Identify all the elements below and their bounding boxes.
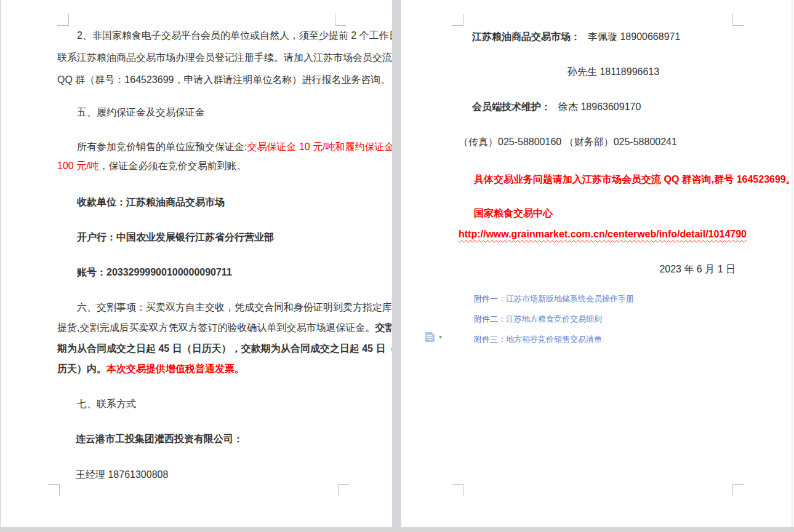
bank-line: 开户行：中国农业发展银行江苏省分行营业部 bbox=[77, 230, 274, 245]
crop-mark-bottom-left-v bbox=[463, 484, 463, 496]
paragraph-line: 所有参加竞价销售的单位应预交保证金:交易保证金 10 元/吨和履约保证金 bbox=[77, 140, 395, 154]
paste-options-icon bbox=[425, 332, 435, 343]
grainmarket-url-link[interactable]: http://www.grainmarket.com.cn/centerweb/… bbox=[459, 229, 747, 239]
crop-mark-top-left-h bbox=[57, 25, 68, 26]
deposit-amount-text: 交易保证金 10 元/吨和履约保证金 bbox=[247, 141, 394, 152]
paragraph-line: 六、交割事项：买卖双方自主交收，凭成交合同和身份证明到卖方指定库点 bbox=[77, 300, 402, 315]
text-run: 七、联系方式 bbox=[77, 399, 136, 409]
text-run: 连云港市工投集团灌西投资有限公司： bbox=[76, 434, 243, 444]
text-run: 徐杰 18963609170 bbox=[558, 101, 641, 112]
section-heading-contact: 七、联系方式 bbox=[77, 397, 136, 411]
attachment-line-2: 附件二：江苏地方粮食竞价交易细则 bbox=[474, 314, 602, 325]
account-number-line: 账号：20332999900100000090711 bbox=[77, 265, 232, 280]
crop-mark-bottom-right-h bbox=[732, 484, 744, 485]
text-run: 具体交易业务问题请加入江苏市场会员交流 QQ 群咨询,群号 164523699。 bbox=[474, 174, 794, 185]
attachment-label: 附件三： bbox=[474, 335, 506, 344]
date-text: 2023 年 6 月 1 日 bbox=[659, 264, 736, 274]
crop-mark-bottom-right-v bbox=[732, 484, 733, 496]
workspace-right-edge bbox=[792, 0, 793, 527]
text-run: 五、履约保证金及交易保证金 bbox=[77, 107, 205, 117]
crop-mark-top-right-v bbox=[335, 14, 335, 26]
paragraph-line: 期为从合同成交之日起 45 日（日历天），交款期为从合同成交之日起 45 日（日 bbox=[57, 341, 405, 356]
paragraph-line: 历天）内。本次交易提供增值税普通发票。 bbox=[57, 362, 244, 376]
text-run: 李佩璇 18900668971 bbox=[588, 31, 680, 42]
attachment-link-manual[interactable]: 江苏市场新版地储系统会员操作手册 bbox=[506, 294, 634, 303]
text-run: 江苏粮油商品交易市场： bbox=[472, 31, 580, 42]
attachment-label: 附件二： bbox=[474, 314, 506, 324]
deposit-amount-text: 100 元/吨 bbox=[57, 161, 99, 171]
text-run: 提货,交割完成后买卖双方凭双方签订的验收确认单到交易市场退保证金。 bbox=[57, 322, 375, 333]
text-run: 开户行：中国农业发展银行江苏省分行营业部 bbox=[77, 232, 274, 242]
company-name-line: 连云港市工投集团灌西投资有限公司： bbox=[76, 432, 243, 447]
text-run: 2、非国家粮食电子交易平台会员的单位或自然人，须至少提前 2 个工作日 bbox=[77, 30, 399, 41]
text-run: 收款单位：江苏粮油商品交易市场 bbox=[77, 197, 225, 207]
text-run: 会员端技术维护： bbox=[472, 101, 551, 112]
paragraph-line: 提货,交割完成后买卖双方凭双方签订的验收确认单到交易市场退保证金。交割 bbox=[57, 320, 395, 335]
contact-phone-line: 孙先生 18118996613 bbox=[567, 65, 659, 79]
document-date-line: 2023 年 6 月 1 日 bbox=[459, 262, 736, 277]
page-gap-divider bbox=[392, 0, 401, 527]
paste-options-button[interactable]: ▾ bbox=[425, 332, 442, 343]
crop-mark-bottom-left-h bbox=[452, 484, 463, 485]
paragraph-line: QQ 群（群号：164523699，申请入群请注明单位名称）进行报名业务咨询。 bbox=[57, 73, 390, 87]
attachment-line-1: 附件一：江苏市场新版地储系统会员操作手册 bbox=[474, 293, 634, 304]
workspace-bottom-strip bbox=[0, 527, 794, 532]
text-run: 国家粮食交易中心 bbox=[474, 208, 553, 218]
invoice-note-text: 本次交易提供增值税普通发票。 bbox=[106, 363, 244, 374]
market-contact-line: 江苏粮油商品交易市场：李佩璇 18900668971 bbox=[472, 30, 680, 44]
text-run: 联系江苏粮油商品交易市场办理会员登记注册手续。请加入江苏市场会员交流 bbox=[57, 52, 392, 63]
text-run: 六、交割事项：买卖双方自主交收，凭成交合同和身份证明到卖方指定库点 bbox=[77, 302, 402, 312]
attachment-link-list[interactable]: 地方稻谷竞价销售交易清单 bbox=[506, 335, 602, 344]
payee-line: 收款单位：江苏粮油商品交易市场 bbox=[77, 195, 225, 210]
section-heading-margin-deposit: 五、履约保证金及交易保证金 bbox=[77, 105, 205, 120]
crop-mark-top-left-v bbox=[68, 14, 69, 26]
grainmarket-url-line: http://www.grainmarket.com.cn/centerweb/… bbox=[459, 227, 747, 242]
page-1: 2、非国家粮食电子交易平台会员的单位或自然人，须至少提前 2 个工作日 联系江苏… bbox=[0, 0, 393, 527]
attachment-line-3: 附件三：地方稻谷竞价销售交易清单 bbox=[474, 334, 602, 345]
attachment-label: 附件一： bbox=[474, 294, 506, 303]
paragraph-line: 100 元/吨，保证金必须在竞价交易前到账。 bbox=[57, 159, 247, 173]
dropdown-arrow-icon: ▾ bbox=[439, 332, 442, 343]
tech-support-line: 会员端技术维护：徐杰 18963609170 bbox=[472, 100, 641, 114]
crop-mark-top-right-h bbox=[732, 25, 744, 26]
text-run: 历天）内。 bbox=[57, 363, 106, 374]
fax-finance-line: （传真）025-58800160 （财务部）025-58800241 bbox=[459, 135, 677, 149]
text-run: 所有参加竞价销售的单位应预交保证金: bbox=[77, 141, 247, 152]
text-run: 孙先生 18118996613 bbox=[567, 66, 659, 77]
crop-mark-top-left-h bbox=[452, 25, 463, 26]
text-run: 王经理 18761300808 bbox=[76, 469, 168, 480]
crop-mark-bottom-left-v bbox=[59, 484, 60, 496]
text-run: （传真）025-58800160 （财务部）025-58800241 bbox=[459, 137, 677, 147]
qq-group-notice-line: 具体交易业务问题请加入江苏市场会员交流 QQ 群咨询,群号 164523699。 bbox=[474, 172, 794, 187]
crop-mark-top-right-h bbox=[335, 25, 346, 26]
text-run: 账号：20332999900100000090711 bbox=[77, 267, 232, 277]
paragraph-line: 联系江苏粮油商品交易市场办理会员登记注册手续。请加入江苏市场会员交流 bbox=[57, 50, 392, 65]
crop-mark-top-left-v bbox=[463, 14, 463, 26]
crop-mark-top-right-v bbox=[732, 14, 733, 26]
crop-mark-bottom-right-v bbox=[338, 484, 339, 496]
page-2: 江苏粮油商品交易市场：李佩璇 18900668971 孙先生 181189966… bbox=[401, 0, 794, 527]
grain-trade-center-line: 国家粮食交易中心 bbox=[474, 206, 553, 221]
attachment-link-rules[interactable]: 江苏地方粮食竞价交易细则 bbox=[506, 314, 602, 324]
crop-mark-bottom-right-h bbox=[338, 484, 349, 485]
text-run: 期为从合同成交之日起 45 日（日历天），交款期为从合同成交之日起 45 日（日 bbox=[57, 343, 405, 354]
text-run: ，保证金必须在竞价交易前到账。 bbox=[99, 161, 247, 171]
contact-phone-line: 王经理 18761300808 bbox=[76, 467, 168, 482]
document-view: { "doc": { "kind": "word-two-page-view" … bbox=[0, 0, 794, 532]
paragraph-line: 2、非国家粮食电子交易平台会员的单位或自然人，须至少提前 2 个工作日 bbox=[77, 28, 399, 43]
text-run: QQ 群（群号：164523699，申请入群请注明单位名称）进行报名业务咨询。 bbox=[57, 74, 390, 85]
crop-mark-bottom-left-h bbox=[48, 484, 59, 485]
